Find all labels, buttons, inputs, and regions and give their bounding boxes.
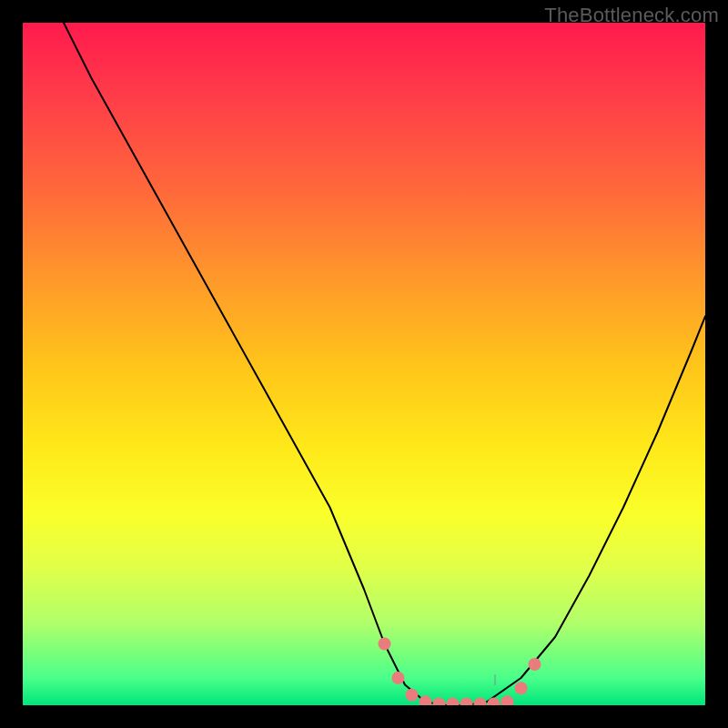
marker-dot	[515, 682, 528, 694]
marker-dot	[433, 698, 446, 706]
bottleneck-curve	[64, 23, 705, 705]
marker-dot	[488, 698, 500, 706]
marker-dot	[406, 689, 419, 702]
chart-frame: TheBottleneck.com	[0, 0, 728, 728]
marker-dot	[392, 672, 405, 684]
marker-dot	[460, 698, 473, 706]
highlight-markers	[379, 638, 541, 706]
attribution-label: TheBottleneck.com	[544, 4, 719, 27]
chart-svg	[23, 23, 705, 705]
marker-dot	[529, 658, 541, 671]
plot-area	[23, 23, 705, 705]
marker-dot	[447, 698, 460, 706]
marker-dot	[501, 695, 514, 705]
marker-dot	[474, 698, 487, 706]
marker-dot	[379, 638, 391, 651]
